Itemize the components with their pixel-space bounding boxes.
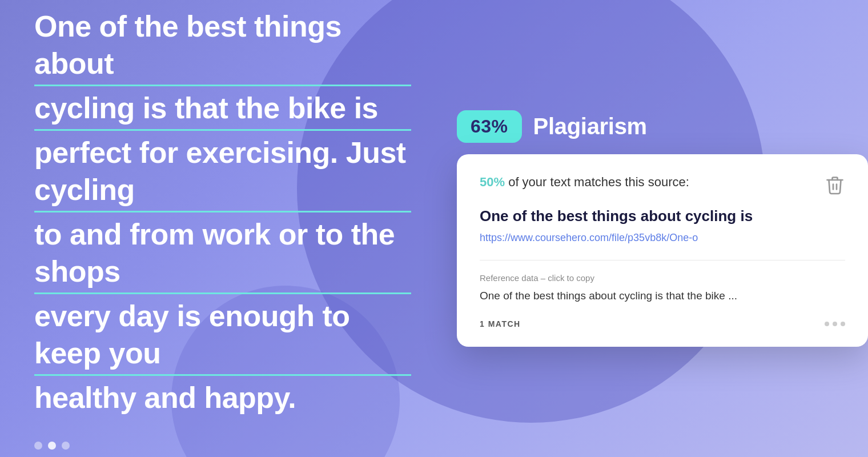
reference-text: One of the best things about cycling is … xyxy=(480,288,845,304)
text-line-6: healthy and happy. xyxy=(34,379,411,419)
main-text: One of the best things about cycling is … xyxy=(34,8,411,419)
match-text: of your text matches this source: xyxy=(505,175,689,189)
reference-label[interactable]: Reference data – click to copy xyxy=(480,273,845,283)
text-line-1: One of the best things about xyxy=(34,8,411,86)
dots-row xyxy=(34,442,411,450)
divider xyxy=(480,260,845,260)
card-top-row: 50% of your text matches this source: xyxy=(480,175,845,195)
text-section: One of the best things about cycling is … xyxy=(34,8,411,450)
dots-menu-dot-1 xyxy=(825,322,829,326)
match-count: 1 MATCH xyxy=(480,319,521,328)
text-line-5: every day is enough to keep you xyxy=(34,298,411,376)
match-percent-text: 50% of your text matches this source: xyxy=(480,175,689,190)
dot-3[interactable] xyxy=(62,442,70,450)
text-line-2: cycling is that the bike is xyxy=(34,90,411,131)
dots-menu[interactable] xyxy=(825,322,845,326)
source-title: One of the best things about cycling is xyxy=(480,207,822,226)
percent-badge: 63% xyxy=(457,110,522,143)
dot-2[interactable] xyxy=(48,442,56,450)
plagiarism-card: 50% of your text matches this source: On… xyxy=(457,154,868,347)
source-url[interactable]: https://www.coursehero.com/file/p35vb8k/… xyxy=(480,232,822,244)
dots-menu-dot-2 xyxy=(833,322,837,326)
dots-menu-dot-3 xyxy=(841,322,845,326)
trash-icon[interactable] xyxy=(825,175,845,195)
main-container: One of the best things about cycling is … xyxy=(0,0,868,457)
dot-1[interactable] xyxy=(34,442,42,450)
panel-header: 63% Plagiarism xyxy=(457,110,647,143)
match-percent-highlight: 50% xyxy=(480,175,505,189)
panel-title: Plagiarism xyxy=(533,114,647,139)
panel-section: 63% Plagiarism 50% of your text matches … xyxy=(457,110,868,347)
card-footer: 1 MATCH xyxy=(480,319,845,328)
text-line-3: perfect for exercising. Just cycling xyxy=(34,134,411,213)
text-line-4: to and from work or to the shops xyxy=(34,216,411,294)
